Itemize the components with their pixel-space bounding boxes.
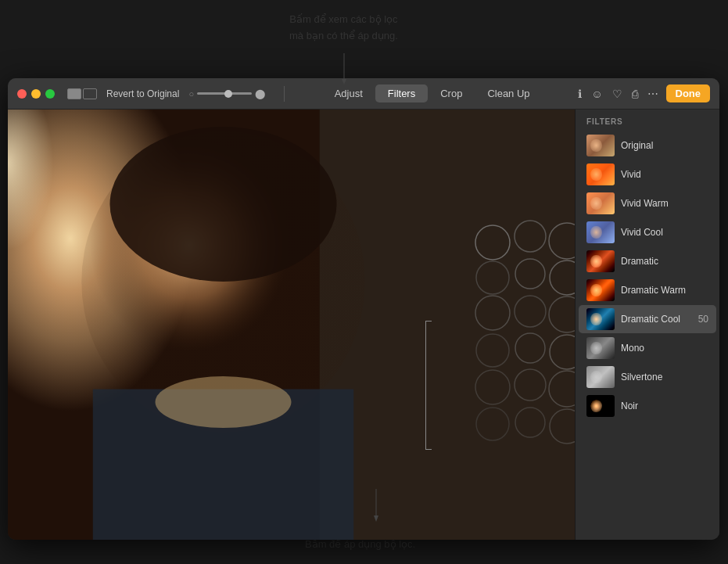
filter-label-vivid-cool: Vivid Cool <box>621 227 708 238</box>
filter-label-vivid-warm: Vivid Warm <box>621 198 708 209</box>
heart-button[interactable]: ♡ <box>611 86 624 102</box>
filter-label-original: Original <box>621 140 708 151</box>
filter-thumb-dramatic-warm <box>586 279 615 301</box>
tab-cleanup[interactable]: Clean Up <box>475 84 542 102</box>
intensity-slider[interactable] <box>197 92 252 95</box>
svg-point-26 <box>110 127 337 282</box>
minimize-button[interactable] <box>31 89 41 99</box>
svg-marker-3 <box>374 516 378 522</box>
filter-item-silvertone[interactable]: Silvertone <box>579 363 716 391</box>
svg-marker-1 <box>342 79 346 84</box>
annotation-bottom: Bấm để áp dụng bộ lọc. <box>305 538 415 550</box>
titlebar: Revert to Original ○ ⬤ Adjust Filters Cr… <box>8 78 719 110</box>
annotation-arrow-top <box>340 53 356 88</box>
filter-item-dramatic-cool[interactable]: Dramatic Cool 50 <box>579 305 716 333</box>
view-toggle <box>67 88 97 99</box>
filter-label-dramatic: Dramatic <box>621 256 708 267</box>
filter-list: Original Vivid Vivid Warm <box>576 131 719 540</box>
more-button[interactable]: ⋯ <box>646 86 660 102</box>
photo-canvas <box>8 110 575 540</box>
filter-thumb-silvertone <box>586 366 615 388</box>
filter-item-vivid-cool[interactable]: Vivid Cool <box>579 218 716 246</box>
slider-min-icon: ○ <box>188 89 194 99</box>
filter-thumb-noir <box>586 395 615 417</box>
main-window: Revert to Original ○ ⬤ Adjust Filters Cr… <box>8 78 719 540</box>
intensity-slider-container: ○ ⬤ <box>188 88 265 99</box>
main-content: FILTERS Original Vivid <box>8 110 719 540</box>
filter-item-noir[interactable]: Noir <box>579 392 716 420</box>
filter-item-mono[interactable]: Mono <box>579 334 716 362</box>
callout-bracket <box>425 321 432 450</box>
view-single-btn[interactable] <box>67 88 81 99</box>
filter-label-vivid: Vivid <box>621 169 708 180</box>
svg-rect-29 <box>8 110 121 325</box>
filter-thumb-dramatic-cool <box>586 308 615 330</box>
traffic-lights <box>17 89 55 99</box>
filter-label-dramatic-warm: Dramatic Warm <box>621 285 708 296</box>
done-button[interactable]: Done <box>666 84 711 102</box>
filter-thumb-vivid <box>586 163 615 185</box>
info-button[interactable]: ℹ <box>576 86 583 102</box>
share-button[interactable]: ⎙ <box>630 86 640 102</box>
filter-item-original[interactable]: Original <box>579 131 716 160</box>
nav-tabs: Adjust Filters Crop Clean Up <box>294 84 570 102</box>
close-button[interactable] <box>17 89 27 99</box>
filter-label-noir: Noir <box>621 401 708 411</box>
filter-thumb-mono <box>586 337 615 359</box>
filter-item-vivid[interactable]: Vivid <box>579 160 716 189</box>
slider-max-icon: ⬤ <box>255 88 265 99</box>
filter-item-dramatic-warm[interactable]: Dramatic Warm <box>579 276 716 304</box>
svg-point-28 <box>156 376 292 428</box>
filter-label-mono: Mono <box>621 343 708 354</box>
view-compare-btn[interactable] <box>83 88 97 99</box>
filter-thumb-vivid-cool <box>586 221 615 243</box>
filter-item-vivid-warm[interactable]: Vivid Warm <box>579 189 716 217</box>
filter-panel: FILTERS Original Vivid <box>575 110 719 540</box>
filter-panel-title: FILTERS <box>576 110 719 131</box>
filter-thumb-original <box>586 135 615 156</box>
tab-filters[interactable]: Filters <box>375 84 428 102</box>
toolbar-separator <box>284 86 285 102</box>
filter-thumb-dramatic <box>586 250 615 272</box>
toolbar-right: ℹ ☺ ♡ ⎙ ⋯ Done <box>576 84 710 102</box>
annotation-top: Bấm để xem các bộ lọc mà bạn có thể áp d… <box>289 12 398 45</box>
tab-crop[interactable]: Crop <box>428 84 475 102</box>
maximize-button[interactable] <box>45 89 55 99</box>
filter-value-dramatic-cool: 50 <box>698 314 708 325</box>
photo-area <box>8 110 575 540</box>
emoji-button[interactable]: ☺ <box>590 86 604 102</box>
annotation-arrow-bottom <box>372 489 388 526</box>
filter-thumb-vivid-warm <box>586 192 615 214</box>
filter-label-dramatic-cool: Dramatic Cool <box>621 314 692 325</box>
filter-label-silvertone: Silvertone <box>621 372 708 383</box>
filter-item-dramatic[interactable]: Dramatic <box>579 247 716 275</box>
revert-button[interactable]: Revert to Original <box>106 88 179 99</box>
